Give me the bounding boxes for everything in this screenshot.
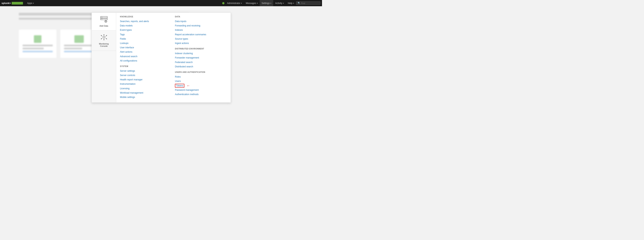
system-section-title: SYSTEM xyxy=(120,65,169,67)
link-indexer-clustering[interactable]: Indexer clustering xyxy=(175,51,224,56)
link-fields[interactable]: Fields xyxy=(120,37,169,41)
svg-point-18 xyxy=(106,39,107,39)
top-navigation: splunk> Apps ▾ Administrator ▾ Messages … xyxy=(0,0,322,6)
monitoring-console-icon xyxy=(100,34,108,42)
link-users[interactable]: Users xyxy=(175,79,224,83)
link-roles[interactable]: Roles xyxy=(175,75,224,79)
svg-point-19 xyxy=(104,39,104,40)
dropdown-left-panel: Add Data xyxy=(92,13,116,102)
dropdown-right-panel: KNOWLEDGE Searches, reports, and alerts … xyxy=(116,13,231,102)
link-distributed-search[interactable]: Distributed search xyxy=(175,65,224,69)
main-content: Add Data xyxy=(0,6,322,120)
tokens-arrow-indicator: ← xyxy=(186,84,190,88)
link-server-controls[interactable]: Server controls xyxy=(120,73,169,78)
link-tags[interactable]: Tags xyxy=(120,33,169,37)
link-indexes[interactable]: Indexes xyxy=(175,28,224,32)
svg-point-16 xyxy=(104,34,104,35)
link-data-inputs[interactable]: Data inputs xyxy=(175,19,224,24)
search-icon: 🔍 xyxy=(298,2,300,4)
link-server-settings[interactable]: Server settings xyxy=(120,69,169,73)
add-data-icon-item[interactable]: Add Data xyxy=(92,13,116,31)
distributed-section-title: DISTRIBUTED ENVIRONMENT xyxy=(175,48,224,50)
help-menu[interactable]: Help ▾ xyxy=(286,0,296,6)
link-lookups[interactable]: Lookups xyxy=(120,41,169,46)
logo-text: splunk> xyxy=(2,2,11,5)
messages-caret: ▾ xyxy=(257,2,258,4)
link-advanced-search[interactable]: Advanced search xyxy=(120,54,169,59)
administrator-menu[interactable]: Administrator ▾ xyxy=(225,0,244,6)
link-event-types[interactable]: Event types xyxy=(120,28,169,32)
users-auth-section-title: USERS AND AUTHENTICATION xyxy=(175,71,224,73)
svg-point-17 xyxy=(106,35,107,36)
search-input[interactable] xyxy=(301,2,319,4)
link-report-acceleration-summaries[interactable]: Report acceleration summaries xyxy=(175,33,224,37)
bg-card-1 xyxy=(19,30,56,58)
search-box[interactable]: 🔍 xyxy=(296,1,320,5)
link-authentication-methods[interactable]: Authentication methods xyxy=(175,92,224,97)
link-forwarding-receiving[interactable]: Forwarding and receiving xyxy=(175,24,224,28)
link-searches-reports-alerts[interactable]: Searches, reports, and alerts xyxy=(120,19,169,24)
link-mobile-settings[interactable]: Mobile settings xyxy=(120,95,169,99)
monitoring-console-icon-item[interactable]: MonitoringConsole xyxy=(92,31,116,51)
nav-right: Administrator ▾ Messages ▾ Settings ▾ Ac… xyxy=(222,0,320,6)
apps-caret: ▾ xyxy=(33,2,34,4)
link-tokens[interactable]: Tokens xyxy=(175,84,184,87)
activity-menu[interactable]: Activity ▾ xyxy=(273,0,286,6)
svg-point-21 xyxy=(101,35,102,36)
splunk-logo: splunk> xyxy=(2,2,23,5)
monitoring-console-label: MonitoringConsole xyxy=(99,43,109,47)
logo-badge xyxy=(12,2,23,5)
svg-point-20 xyxy=(101,39,102,39)
link-forwarder-management[interactable]: Forwarder management xyxy=(175,56,224,60)
link-federated-search[interactable]: Federated search xyxy=(175,60,224,65)
link-workload-management[interactable]: Workload management xyxy=(120,91,169,95)
activity-caret: ▾ xyxy=(283,2,284,4)
data-section-title: DATA xyxy=(175,16,224,18)
link-health-report-manager[interactable]: Health report manager xyxy=(120,78,169,82)
apps-menu[interactable]: Apps ▾ xyxy=(25,0,36,6)
svg-point-15 xyxy=(103,36,105,38)
link-alert-actions[interactable]: Alert actions xyxy=(120,50,169,54)
knowledge-section-title: KNOWLEDGE xyxy=(120,16,169,18)
menu-column-knowledge-system: KNOWLEDGE Searches, reports, and alerts … xyxy=(120,16,172,99)
settings-caret: ▾ xyxy=(270,2,271,4)
settings-dropdown: Add Data xyxy=(92,13,231,103)
link-licensing[interactable]: Licensing xyxy=(120,86,169,91)
link-user-interface[interactable]: User interface xyxy=(120,46,169,50)
status-indicator xyxy=(222,2,224,4)
administrator-caret: ▾ xyxy=(241,2,242,4)
add-data-label: Add Data xyxy=(100,25,108,27)
link-all-configurations[interactable]: All configurations xyxy=(120,59,169,63)
help-caret: ▾ xyxy=(293,2,294,4)
menu-column-data-distributed-users: DATA Data inputs Forwarding and receivin… xyxy=(172,16,227,99)
add-data-icon xyxy=(100,16,108,24)
link-password-management[interactable]: Password management xyxy=(175,88,224,92)
link-instrumentation[interactable]: Instrumentation xyxy=(120,82,169,86)
settings-menu[interactable]: Settings ▾ xyxy=(260,0,273,6)
link-ingest-actions[interactable]: Ingest actions xyxy=(175,41,224,46)
link-data-models[interactable]: Data models xyxy=(120,24,169,28)
messages-menu[interactable]: Messages ▾ xyxy=(244,0,260,6)
link-source-types[interactable]: Source types xyxy=(175,37,224,41)
